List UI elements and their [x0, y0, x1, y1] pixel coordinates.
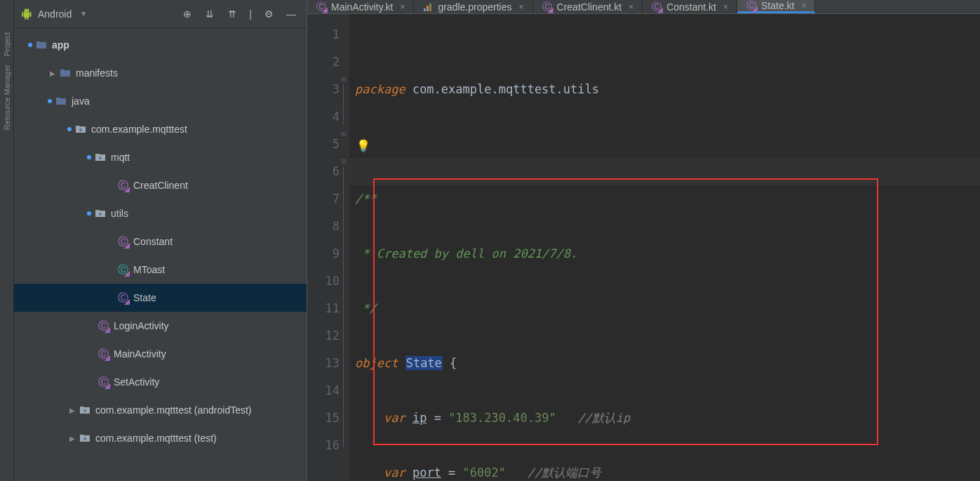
svg-rect-6 — [427, 6, 429, 11]
svg-point-1 — [99, 157, 102, 159]
close-icon[interactable]: × — [629, 2, 633, 12]
package-icon — [94, 151, 107, 164]
node-label: manifests — [76, 67, 118, 79]
kotlin-file-icon: Ⓒ — [542, 1, 553, 13]
line-number: 2 — [307, 48, 340, 76]
close-icon[interactable]: × — [519, 2, 524, 12]
android-icon — [21, 8, 32, 20]
line-number: 13 — [307, 350, 340, 377]
fold-icon[interactable]: ⊟ — [340, 74, 348, 83]
tree-node-setactivity[interactable]: Ⓒ SetActivity — [14, 368, 307, 396]
tree-node-utils[interactable]: utils — [14, 199, 307, 228]
kotlin-class-icon: Ⓒ — [116, 291, 129, 304]
svg-point-0 — [79, 129, 82, 131]
fold-end-icon: ⊟ — [340, 129, 348, 138]
node-label: app — [52, 39, 69, 51]
tab-label: Constant.kt — [666, 1, 716, 13]
tree-node-app[interactable]: app — [14, 31, 307, 59]
tree-node-java[interactable]: java — [14, 87, 307, 115]
expand-all-icon[interactable]: ⇊ — [201, 6, 218, 22]
left-tool-rail: Project Resource Manager — [0, 0, 14, 481]
line-number: 14 — [307, 377, 340, 404]
tab-label: gradle.properties — [438, 1, 511, 13]
kotlin-class-icon: Ⓒ — [97, 319, 109, 332]
fold-icon[interactable]: ⊟ — [340, 157, 348, 165]
tree-node-manifests[interactable]: ▶ manifests — [14, 59, 307, 87]
tab-creatclinent[interactable]: Ⓒ CreatClinent.kt × — [533, 0, 643, 13]
node-label: SetActivity — [114, 376, 159, 388]
chevron-down-icon[interactable]: ▼ — [80, 10, 87, 18]
tab-label: MainActivity.kt — [331, 1, 393, 13]
rail-tab-resource-manager[interactable]: Resource Manager — [1, 60, 13, 135]
line-number: 11 — [307, 295, 340, 322]
kotlin-file-icon: Ⓒ — [651, 1, 662, 13]
package-icon — [94, 207, 107, 220]
node-label: MainActivity — [114, 348, 166, 360]
tab-constant[interactable]: Ⓒ Constant.kt × — [643, 0, 737, 13]
code-editor[interactable]: 1 2 3 4 5 6 7 8 9 10 11 12 13 14 15 16 ⊟… — [307, 14, 980, 481]
vcs-dot-icon — [87, 155, 91, 159]
node-label: MToast — [133, 264, 165, 275]
line-number: 16 — [307, 432, 340, 459]
line-number: 7 — [307, 185, 340, 213]
tree-node-constant[interactable]: Ⓒ Constant — [14, 228, 307, 256]
package-icon — [74, 123, 87, 136]
line-gutter: 1 2 3 4 5 6 7 8 9 10 11 12 13 14 15 16 ⊟… — [307, 14, 349, 481]
line-number: 1 — [307, 21, 340, 48]
node-label: LoginActivity — [114, 320, 169, 331]
node-label: utils — [111, 208, 128, 219]
svg-point-4 — [83, 437, 86, 440]
line-number: 6 — [307, 158, 340, 185]
select-opened-file-icon[interactable]: ⊕ — [179, 6, 196, 22]
tree-node-pkg-main[interactable]: com.example.mqtttest — [14, 115, 307, 143]
node-label: mqtt — [111, 152, 130, 163]
kotlin-class-icon: Ⓒ — [97, 376, 109, 388]
vcs-dot-icon — [87, 211, 91, 216]
project-panel: Android ▼ ⊕ ⇊ ⇈ | ⚙ — app ▶ manifests — [14, 0, 307, 481]
tab-gradle-properties[interactable]: gradle.properties × — [414, 0, 532, 13]
line-number: 4 — [307, 103, 340, 131]
kotlin-class-icon: Ⓒ — [116, 235, 129, 248]
tree-node-loginactivity[interactable]: Ⓒ LoginActivity — [14, 312, 307, 340]
gear-icon[interactable]: ⚙ — [260, 6, 277, 22]
tree-node-pkg-androidtest[interactable]: ▶ com.example.mqtttest (androidTest) — [14, 396, 307, 424]
node-label: java — [72, 95, 90, 107]
editor-tabs: Ⓒ MainActivity.kt × gradle.properties × … — [307, 0, 980, 14]
collapse-all-icon[interactable]: ⇈ — [224, 6, 241, 22]
tree-node-mainactivity[interactable]: Ⓒ MainActivity — [14, 340, 307, 368]
properties-file-icon — [422, 1, 434, 13]
kotlin-file-icon: Ⓒ — [316, 1, 327, 13]
close-icon[interactable]: × — [801, 1, 806, 11]
tree-node-pkg-test[interactable]: ▶ com.example.mqtttest (test) — [14, 424, 307, 452]
chevron-right-icon: ▶ — [67, 405, 77, 415]
line-number: 5 — [307, 131, 340, 158]
tab-mainactivity[interactable]: Ⓒ MainActivity.kt × — [307, 0, 414, 13]
chevron-right-icon: ▶ — [48, 68, 58, 78]
close-icon[interactable]: × — [723, 2, 728, 12]
code-content[interactable]: package com.example.mqtttest.utils /** *… — [349, 14, 980, 481]
close-icon[interactable]: × — [400, 2, 405, 12]
panel-title[interactable]: Android — [38, 8, 72, 20]
tree-node-state[interactable]: Ⓒ State — [14, 284, 307, 312]
node-label: com.example.mqtttest — [91, 124, 187, 135]
kotlin-class-icon: Ⓒ — [97, 348, 109, 360]
rail-tab-project[interactable]: Project — [1, 28, 13, 60]
line-number: 3 — [307, 76, 340, 103]
svg-rect-5 — [424, 8, 426, 11]
hide-panel-icon[interactable]: — — [283, 6, 300, 22]
folder-icon — [55, 95, 67, 107]
line-number: 15 — [307, 404, 340, 432]
node-label: com.example.mqtttest (androidTest) — [95, 404, 252, 416]
kotlin-class-icon: Ⓒ — [116, 263, 129, 276]
chevron-right-icon: ▶ — [67, 433, 77, 443]
svg-rect-7 — [429, 4, 431, 11]
svg-point-3 — [83, 409, 86, 412]
node-label: CreatClinent — [133, 180, 188, 191]
tree-node-mtoast[interactable]: Ⓒ MToast — [14, 256, 307, 284]
tree-node-mqtt[interactable]: mqtt — [14, 143, 307, 171]
node-label: Constant — [133, 236, 173, 247]
tab-state[interactable]: Ⓒ State.kt × — [737, 0, 815, 13]
package-icon — [79, 404, 91, 416]
editor-area: Ⓒ MainActivity.kt × gradle.properties × … — [307, 0, 980, 481]
tree-node-creatclinent[interactable]: Ⓒ CreatClinent — [14, 171, 307, 199]
